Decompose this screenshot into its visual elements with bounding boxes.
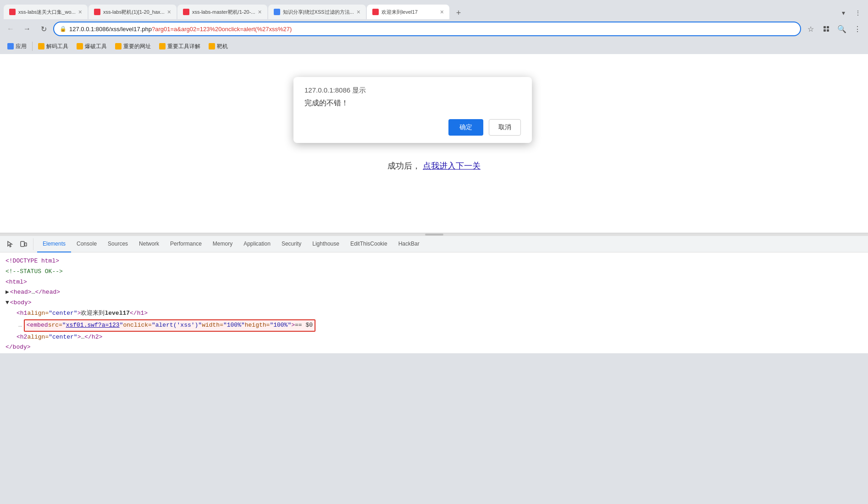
next-level-link[interactable]: 点我进入下一关 <box>423 161 481 170</box>
bookmark-favicon-brute <box>77 43 83 49</box>
tab-favicon-4 <box>274 9 280 15</box>
subtitle-text: 成功后， <box>387 161 420 170</box>
devtools-device-icon[interactable] <box>17 238 29 250</box>
browser-tab-3[interactable]: xss-labs-master靶机/1-20-... × <box>177 5 267 19</box>
extension-icon[interactable] <box>819 22 833 36</box>
page-subtitle: 成功后， 点我进入下一关 <box>387 160 481 171</box>
back-button[interactable]: ← <box>4 22 17 36</box>
devtools-tab-bar: Elements Console Sources Network Perform… <box>0 236 868 252</box>
devtools-tab-network[interactable]: Network <box>133 236 165 252</box>
devtools-tab-network-label: Network <box>139 241 159 247</box>
devtools-icon-group <box>4 238 33 250</box>
resize-indicator <box>425 234 443 236</box>
svg-rect-4 <box>21 241 24 247</box>
code-h1-val: "center" <box>49 309 77 318</box>
bookmark-label-decode: 解码工具 <box>46 43 68 50</box>
devtools-tab-performance[interactable]: Performance <box>165 236 207 252</box>
search-button[interactable]: 🔍 <box>835 22 849 36</box>
code-line-head: ▶ <head> … </head> <box>6 287 862 298</box>
code-head-open: <head> <box>10 288 32 297</box>
bookmark-brute[interactable]: 爆破工具 <box>73 41 111 52</box>
code-embed-onclick-val: "alert('xss')" <box>152 321 202 330</box>
line-dots-icon[interactable]: … <box>18 321 22 330</box>
tab-title-3: xss-labs-master靶机/1-20-... <box>192 9 255 16</box>
code-line-doctype: <!DOCTYPE html> <box>6 256 862 267</box>
forward-button[interactable]: → <box>20 22 34 36</box>
code-h1-text: 欢迎来到 <box>81 309 105 318</box>
tab-close-3[interactable]: × <box>258 8 262 16</box>
tab-close-1[interactable]: × <box>78 8 82 16</box>
minimize-button[interactable]: ▾ <box>837 6 850 19</box>
svg-rect-1 <box>827 26 829 28</box>
bookmark-favicon-decode <box>38 43 44 49</box>
devtools-code-panel: <!DOCTYPE html> <!--STATUS OK--> <html> … <box>0 252 868 353</box>
bookmark-decode[interactable]: 解码工具 <box>34 41 72 52</box>
tab-close-2[interactable]: × <box>167 8 171 16</box>
tab-close-5[interactable]: × <box>440 8 444 16</box>
tab-title-2: xss-labs靶机(1)[1-20_hax... <box>103 9 165 16</box>
bookmark-label-apps: 应用 <box>16 43 27 50</box>
bookmark-star-icon[interactable]: ☆ <box>804 22 818 36</box>
tab-bar-container: xss-labs迷关大口集_wo... × xss-labs靶机(1)[1-20… <box>0 0 868 19</box>
bookmark-websites[interactable]: 重要的网址 <box>111 41 155 52</box>
bookmark-label-websites: 重要的网址 <box>123 43 151 50</box>
devtools-panel: Elements Console Sources Network Perform… <box>0 233 868 353</box>
devtools-tab-application[interactable]: Application <box>238 236 276 252</box>
url-text: 127.0.0.1:8086/xss/level17.php?arg01=a&a… <box>69 26 795 33</box>
code-embed-open: <embed <box>27 321 48 330</box>
alert-cancel-button[interactable]: 取消 <box>489 119 521 136</box>
devtools-tab-performance-label: Performance <box>170 241 202 247</box>
code-embed-close: > <box>291 321 295 330</box>
devtools-tab-sources[interactable]: Sources <box>102 236 133 252</box>
code-embed-src-val: " <box>62 321 66 330</box>
code-embed-heigth-val: "100%" <box>270 321 291 330</box>
browser-tab-5[interactable]: 欢迎来到level17 × <box>367 5 449 19</box>
code-embed-src-attr: src= <box>48 321 62 330</box>
code-line-html: <html> <box>6 277 862 288</box>
devtools-tab-console-label: Console <box>77 241 97 247</box>
devtools-tab-console[interactable]: Console <box>71 236 102 252</box>
alert-ok-button[interactable]: 确定 <box>448 119 483 136</box>
alert-dialog: 127.0.0.1:8086 显示 完成的不错！ 确定 取消 <box>293 77 532 143</box>
svg-rect-3 <box>827 29 829 32</box>
tab-favicon-2 <box>94 9 100 15</box>
address-bar[interactable]: 🔒 127.0.0.1:8086/xss/level17.php?arg01=a… <box>53 22 801 36</box>
code-body-open: <body> <box>10 298 32 308</box>
tab-close-4[interactable]: × <box>357 8 360 16</box>
bookmark-apps[interactable]: 应用 <box>4 41 30 52</box>
tab-title-4: 知识分享|绕过XSS过滤的方法... <box>283 9 354 16</box>
code-doctype-text: <!DOCTYPE html> <box>6 257 59 266</box>
new-tab-button[interactable]: + <box>452 6 465 19</box>
code-embed-src-link[interactable]: xsf01.swf?a=123 <box>66 321 120 330</box>
menu-button[interactable]: ⋮ <box>851 22 864 36</box>
devtools-select-icon[interactable] <box>4 238 16 250</box>
devtools-tab-elements[interactable]: Elements <box>37 236 71 252</box>
head-collapse-arrow[interactable]: ▶ <box>6 288 9 297</box>
code-line-body-open: ▼ <body> <box>6 298 862 308</box>
code-line-embed[interactable]: … <embed src= " xsf01.swf?a=123 " onclic… <box>6 319 862 332</box>
devtools-tab-memory[interactable]: Memory <box>207 236 238 252</box>
devtools-tab-lighthouse[interactable]: Lighthouse <box>307 236 345 252</box>
settings-icon[interactable]: ⋮ <box>851 6 864 19</box>
reload-button[interactable]: ↻ <box>37 22 50 36</box>
devtools-tab-security-label: Security <box>282 241 301 247</box>
url-params: ?arg01=a&arg02=123%20onclick=alert(%27xs… <box>152 26 292 33</box>
bookmark-favicon-target <box>209 43 215 49</box>
code-h1-open: <h1 <box>17 309 27 318</box>
devtools-tab-editthiscookie[interactable]: EditThisCookie <box>345 236 393 252</box>
devtools-tab-hackbar[interactable]: HackBar <box>393 236 425 252</box>
code-body-close: </body> <box>6 343 31 352</box>
code-h1-bracket: > <box>77 309 81 318</box>
browser-tab-1[interactable]: xss-labs迷关大口集_wo... × <box>4 5 88 19</box>
devtools-tab-application-label: Application <box>243 241 271 247</box>
devtools-tab-security[interactable]: Security <box>276 236 307 252</box>
code-h2-close: </h2> <box>84 333 102 342</box>
bookmark-target[interactable]: 靶机 <box>205 41 232 52</box>
code-h2-val: "center" <box>49 333 77 342</box>
code-embed-heigth-attr: heigth= <box>245 321 270 330</box>
bookmark-tools[interactable]: 重要工具详解 <box>155 41 204 52</box>
browser-tab-2[interactable]: xss-labs靶机(1)[1-20_hax... × <box>88 5 177 19</box>
bookmark-label-brute: 爆破工具 <box>85 43 107 50</box>
body-collapse-arrow[interactable]: ▼ <box>6 298 9 308</box>
browser-tab-4[interactable]: 知识分享|绕过XSS过滤的方法... × <box>268 5 366 19</box>
